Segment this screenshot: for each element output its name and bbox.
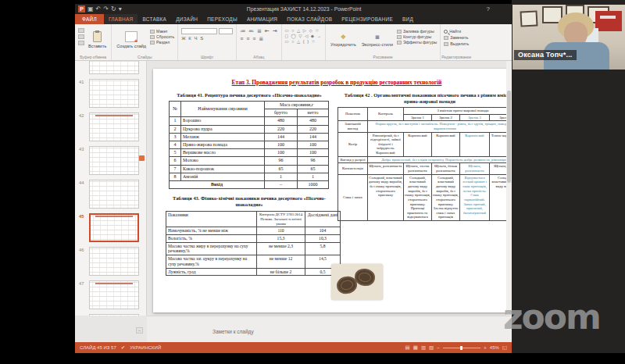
fit-to-window-icon[interactable]: ◱ (502, 344, 507, 351)
col-header: Найменування сировини (181, 102, 265, 117)
shapes-gallery[interactable]: ▭ ○ △ ▷ ◇ ☆ ◻ ◯ ▽ ◁ ◆ → ▭ ○ △ { } ☆ (282, 24, 327, 60)
section-button[interactable]: Раздел (150, 40, 174, 45)
vertical-scrollbar[interactable] (506, 61, 512, 316)
select-button[interactable]: Выделить (444, 41, 469, 46)
thumbnail-slide-44[interactable]: 44 (89, 180, 143, 209)
zoom-out-icon[interactable]: − (437, 345, 440, 351)
list-buttons[interactable]: ≔ ≕ ≣ ⇤ ⇥ (240, 28, 277, 34)
font-size-combo[interactable] (219, 28, 233, 34)
thumbnail-slide-45-selected[interactable]: 45 (89, 213, 143, 242)
clipboard-icon (93, 31, 102, 42)
table-43-physchem: Показники Контроль ДСТУ 3781:2014 Печиво… (166, 211, 341, 276)
table43-caption: Таблиця 43. Фізико-хімічні показники печ… (166, 195, 333, 208)
zoom-slider-knob[interactable] (460, 346, 462, 350)
thumbnail-slide-47[interactable]: 47 (89, 280, 143, 309)
font-style-buttons[interactable]: Ж К Ч S (181, 36, 233, 41)
slide-title: Етап 3. Провадження результатів розробок… (168, 79, 505, 86)
font-name-combo[interactable] (181, 28, 217, 34)
table-row: Смак і запах Солодкий, властивий даному … (338, 174, 512, 220)
workspace: 40 41 42 43 44 45 (75, 61, 512, 342)
tab-transitions[interactable]: ПЕРЕХОДЫ (202, 14, 242, 24)
scrollbar-thumb[interactable] (507, 91, 511, 183)
tab-insert[interactable]: ВСТАВКА (138, 14, 171, 24)
thumbnail-slide-43[interactable]: 43 (89, 146, 143, 175)
shapes-row[interactable]: ▭ ○ △ { } ☆ (285, 39, 323, 45)
ribbon: Вставить Буфер обмена Создать слайд Маке… (75, 24, 512, 61)
format-painter-icon[interactable] (78, 41, 84, 45)
col-header: № (170, 102, 181, 117)
start-slideshow-icon[interactable]: ↻ (111, 5, 116, 12)
find-button[interactable]: Найти (444, 29, 469, 34)
quick-styles-button[interactable]: ◙ Экспресс-стили (360, 27, 395, 53)
replace-button[interactable]: Заменить (444, 35, 469, 40)
normal-view-icon[interactable]: ▤ (405, 344, 410, 351)
align-buttons[interactable]: ≡ ≡ ≡ ≣ (240, 36, 277, 42)
current-slide[interactable]: Етап 3. Провадження результатів розробок… (153, 69, 512, 312)
shapes-row[interactable]: ◻ ◯ ▽ ◁ ◆ → (285, 34, 323, 39)
tab-animations[interactable]: АНИМАЦИЯ (242, 14, 282, 24)
arrange-button[interactable]: ❖ Упорядочить (329, 27, 358, 53)
spellcheck-icon[interactable]: ✔ (121, 344, 125, 351)
zoom-percent[interactable]: 45% (490, 345, 499, 350)
cookies-photo (331, 264, 383, 300)
slide-right-column: Таблиця 42 . Органолептичні показники пі… (338, 92, 512, 221)
table-row: Намочуваність, % не менше ніж110104 (166, 227, 341, 235)
slide-thumbnail-panel[interactable]: 40 41 42 43 44 45 (75, 61, 147, 316)
shape-fill-button[interactable]: Заливка фигуры (397, 29, 437, 34)
language-status[interactable]: УКРАИНСКИЙ (130, 345, 161, 350)
slides-group: Создать слайд Макет Сбросить Раздел Слай… (112, 24, 178, 60)
new-slide-button[interactable]: Создать слайд (115, 27, 148, 53)
notes-placeholder: Заметки к слайду (212, 329, 254, 334)
table-row: Лужність, градне більше 20,5 (166, 268, 341, 276)
tab-slideshow[interactable]: ПОКАЗ СЛАЙДОВ (282, 14, 337, 24)
tab-home[interactable]: ГЛАВНАЯ (104, 14, 138, 24)
thumbnail-slide-42[interactable]: 42 (89, 112, 143, 141)
redo-icon[interactable]: ↷ (103, 5, 109, 12)
shapes-row[interactable]: ▭ ○ △ ▷ ◇ ☆ (285, 28, 323, 34)
thumbnail-slide-41[interactable]: 41 (89, 79, 143, 108)
undo-icon[interactable]: ↶ (96, 5, 102, 12)
certificate-frame (520, 10, 538, 27)
slide-sorter-icon[interactable]: ▦ (413, 344, 418, 351)
table-total-row: Вихід – 1000 (170, 180, 329, 188)
paste-button[interactable]: Вставить (87, 27, 108, 53)
arrange-icon: ❖ (341, 34, 346, 41)
col-header: Зразок 2 (432, 114, 460, 121)
thumbnail-slide-48[interactable]: 48 (89, 314, 143, 316)
thumbnail-slide-40[interactable]: 40 (89, 61, 143, 74)
thumbnail-slide-46[interactable]: 46 (89, 247, 143, 276)
shape-outline-button[interactable]: Контур фигуры (397, 34, 437, 39)
new-slide-icon (125, 31, 138, 42)
zoom-slider[interactable] (443, 348, 480, 348)
table-row: Вологість, %15,310,3 (166, 235, 341, 243)
table-row: Вигляд у розрізі Добре пропечений, без с… (338, 156, 512, 163)
table-row: Зовнішній вигляд Форма кругла, без висту… (338, 121, 512, 132)
help-icon[interactable]: ? (487, 5, 512, 12)
tab-file[interactable]: ФАЙЛ (75, 14, 104, 24)
shape-effects-button[interactable]: Эффекты фигуры (397, 40, 437, 45)
tab-design[interactable]: ДИЗАЙН (171, 14, 202, 24)
save-icon[interactable]: ▣ (88, 5, 94, 12)
table-row: 6Молоко9696 (170, 157, 329, 165)
editing-group-label: Редактирование (441, 55, 472, 59)
layout-button[interactable]: Макет (150, 29, 174, 34)
layout-icon (150, 30, 155, 34)
tab-review[interactable]: РЕЦЕНЗИРОВАНИЕ (337, 14, 398, 24)
col-header: нетто (298, 109, 329, 117)
title-bar: P ▣ ↶ ↷ ↻ ▾ Презентация ЗАХИСТ 14.12.202… (75, 4, 512, 14)
zoom-in-icon[interactable]: + (484, 345, 487, 351)
copy-icon[interactable] (78, 34, 84, 39)
notes-pane[interactable]: − Заметки к слайду (147, 316, 512, 342)
red-banner (595, 11, 622, 31)
quick-styles-icon: ◙ (375, 34, 379, 41)
reset-button[interactable]: Сбросить (150, 34, 174, 39)
tab-view[interactable]: ВИД (398, 14, 418, 24)
notes-collapse-button[interactable]: − (136, 327, 143, 334)
cut-icon[interactable] (78, 28, 84, 33)
slide-left-column: Таблиця 41. Рецептура печива десертного … (166, 92, 333, 276)
reading-view-icon[interactable]: ▥ (421, 344, 426, 351)
slide-number-status[interactable]: СЛАЙД 45 ИЗ 57 (80, 345, 116, 350)
clipboard-group: Вставить Буфер обмена (75, 24, 112, 60)
search-icon (444, 30, 448, 34)
slideshow-icon[interactable]: ▨ (429, 344, 434, 351)
